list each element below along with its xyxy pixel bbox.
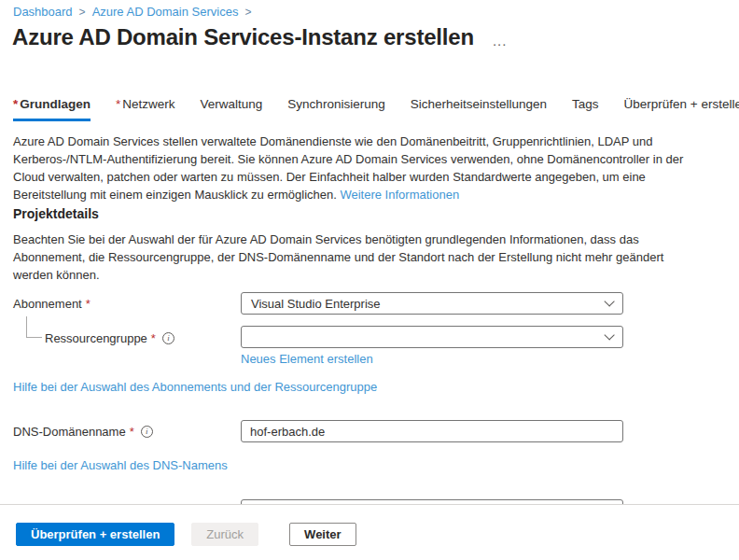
- required-star: *: [151, 331, 156, 345]
- back-button[interactable]: Zurück: [191, 523, 258, 546]
- tab-label: Sicherheitseinstellungen: [411, 97, 547, 111]
- subscription-label: Abonnement *: [13, 297, 91, 311]
- required-star: *: [86, 297, 91, 311]
- breadcrumb-separator: >: [79, 6, 86, 19]
- tab-netzwerk[interactable]: *Netzwerk: [116, 97, 175, 121]
- page-title: Azure AD Domain Services-Instanz erstell…: [12, 24, 474, 50]
- dns-domain-label: DNS-Domänenname * i: [13, 425, 153, 439]
- subscription-value: Visual Studio Enterprise: [251, 297, 381, 311]
- resource-group-dropdown[interactable]: [241, 326, 623, 348]
- dns-domain-input[interactable]: [241, 420, 623, 442]
- learn-more-link[interactable]: Weitere Informationen: [340, 188, 459, 202]
- chevron-down-icon: [604, 296, 614, 306]
- subscription-help-link[interactable]: Hilfe bei der Auswahl des Abonnements un…: [13, 380, 377, 394]
- tab-verwaltung[interactable]: Verwaltung: [201, 97, 263, 121]
- info-icon[interactable]: i: [141, 426, 153, 438]
- tab-ueberpruefen-erstellen[interactable]: Überprüfen + erstellen: [624, 97, 739, 121]
- project-details-description: Beachten Sie bei der Auswahl der für Azu…: [13, 231, 672, 284]
- breadcrumb: Dashboard>Azure AD Domain Services>: [13, 5, 258, 19]
- info-icon[interactable]: i: [162, 332, 174, 344]
- resource-group-label-text: Ressourcengruppe: [45, 331, 147, 345]
- resource-group-label: Ressourcengruppe * i: [45, 331, 174, 345]
- tree-connector-line: [26, 316, 42, 338]
- tab-label: Verwaltung: [201, 97, 263, 111]
- intro-text: Azure AD Domain Services stellen verwalt…: [13, 133, 707, 203]
- create-new-link[interactable]: Neues Element erstellen: [241, 352, 373, 366]
- breadcrumb-item-dashboard[interactable]: Dashboard: [13, 5, 73, 19]
- subscription-label-text: Abonnement: [13, 297, 82, 311]
- wizard-footer: Überprüfen + erstellen Zurück Weiter: [0, 504, 739, 560]
- tab-tags[interactable]: Tags: [572, 97, 599, 121]
- dns-help-link[interactable]: Hilfe bei der Auswahl des DNS-Namens: [13, 458, 228, 472]
- tab-label: Netzwerk: [122, 97, 174, 111]
- tab-label: Tags: [572, 97, 599, 111]
- required-star: *: [116, 97, 120, 111]
- tab-label: Synchronisierung: [287, 97, 384, 111]
- next-button[interactable]: Weiter: [289, 523, 356, 546]
- create-aadds-instance-page: { "breadcrumb": { "separator": ">", "ite…: [0, 0, 739, 560]
- required-star: *: [13, 97, 18, 111]
- dns-domain-label-text: DNS-Domänenname: [13, 425, 126, 439]
- tab-grundlagen[interactable]: *Grundlagen: [13, 97, 91, 121]
- tab-sicherheitseinstellungen[interactable]: Sicherheitseinstellungen: [411, 97, 547, 121]
- breadcrumb-separator: >: [244, 6, 251, 19]
- tab-label: Überprüfen + erstellen: [624, 97, 739, 111]
- chevron-down-icon: [604, 329, 614, 340]
- subscription-dropdown[interactable]: Visual Studio Enterprise: [241, 292, 623, 315]
- review-create-button[interactable]: Überprüfen + erstellen: [16, 523, 174, 546]
- wizard-tabs: *Grundlagen *Netzwerk Verwaltung Synchro…: [13, 97, 739, 121]
- breadcrumb-item-aadds[interactable]: Azure AD Domain Services: [92, 5, 239, 19]
- project-details-heading: Projektdetails: [13, 206, 99, 221]
- page-header: Azure AD Domain Services-Instanz erstell…: [12, 24, 507, 50]
- tab-synchronisierung[interactable]: Synchronisierung: [287, 97, 384, 121]
- tab-label: Grundlagen: [20, 97, 91, 111]
- more-menu-icon[interactable]: ...: [493, 33, 508, 49]
- required-star: *: [130, 425, 134, 439]
